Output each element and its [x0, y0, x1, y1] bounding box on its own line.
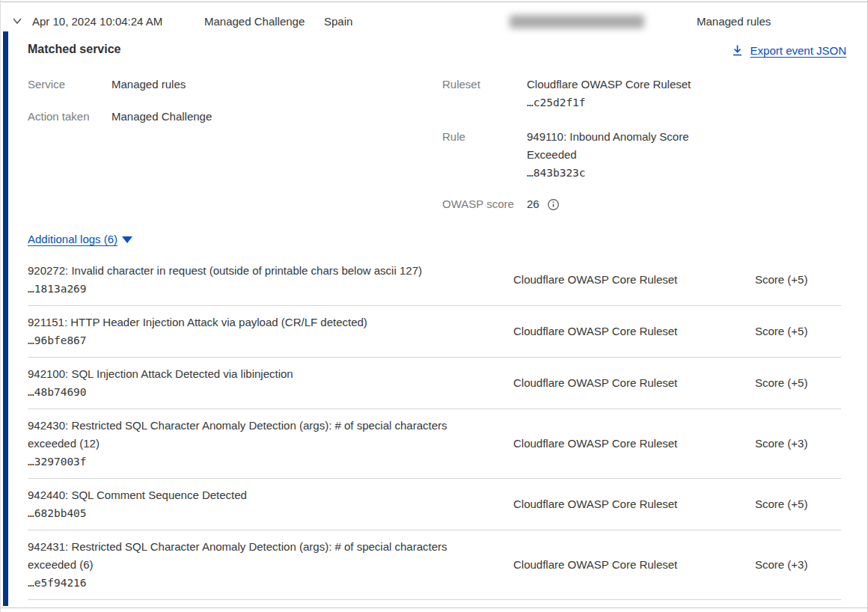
event-action: Managed Challenge [204, 15, 305, 28]
additional-logs-table: 920272: Invalid character in request (ou… [28, 254, 841, 600]
log-rule-id: …48b74690 [28, 383, 513, 401]
service-label: Service [28, 76, 111, 94]
event-summary-row[interactable]: Apr 10, 2024 10:04:24 AM Managed Challen… [1, 2, 867, 34]
log-score: Score (+3) [755, 556, 841, 574]
triangle-down-icon [122, 236, 132, 243]
log-ruleset: Cloudflare OWASP Core Ruleset [513, 495, 755, 513]
owasp-score-label: OWASP score [442, 195, 527, 213]
event-timestamp: Apr 10, 2024 10:04:24 AM [32, 15, 162, 28]
owasp-score-field: OWASP score 26 [442, 195, 705, 213]
rule-field: Rule 949110: Inbound Anomaly Score Excee… [442, 128, 705, 182]
firewall-event-detail-panel: Apr 10, 2024 10:04:24 AM Managed Challen… [0, 0, 868, 612]
log-score: Score (+5) [755, 495, 841, 513]
log-ruleset: Cloudflare OWASP Core Ruleset [513, 556, 755, 574]
export-event-json-label[interactable]: Export event JSON [751, 44, 846, 57]
log-row: 942100: SQL Injection Attack Detected vi… [28, 358, 841, 409]
ruleset-id: …c25d2f1f [527, 94, 691, 111]
rule-id: …843b323c [527, 164, 705, 182]
ruleset-value: Cloudflare OWASP Core Ruleset [527, 76, 691, 94]
action-taken-field: Action taken Managed Challenge [28, 108, 212, 126]
matched-service-fields: Service Managed rules Action taken Manag… [28, 76, 212, 140]
log-rule-id: …682bb405 [28, 504, 513, 522]
log-score: Score (+5) [755, 374, 841, 392]
log-description: 942430: Restricted SQL Character Anomaly… [28, 417, 463, 453]
log-score: Score (+3) [755, 435, 841, 453]
log-description: 942440: SQL Comment Sequence Detected [28, 486, 463, 504]
info-icon[interactable] [547, 198, 560, 211]
action-taken-label: Action taken [28, 108, 111, 126]
log-ruleset: Cloudflare OWASP Core Ruleset [513, 271, 755, 289]
log-description: 920272: Invalid character in request (ou… [28, 262, 463, 280]
log-ruleset: Cloudflare OWASP Core Ruleset [513, 374, 755, 392]
log-rule-id: …e5f94216 [28, 574, 513, 592]
ruleset-fields: Ruleset Cloudflare OWASP Core Ruleset …c… [442, 76, 705, 213]
log-row: 942431: Restricted SQL Character Anomaly… [28, 530, 841, 600]
log-row: 921151: HTTP Header Injection Attack via… [28, 306, 841, 358]
service-value: Managed rules [111, 76, 186, 94]
export-event-json-button[interactable]: Export event JSON [731, 44, 846, 57]
log-score: Score (+5) [755, 322, 841, 340]
rule-label: Rule [442, 128, 527, 182]
log-row: 942440: SQL Comment Sequence Detected …6… [28, 479, 841, 530]
log-rule-id: …96bfe867 [28, 331, 513, 349]
rule-value: 949110: Inbound Anomaly Score Exceeded [527, 128, 705, 164]
log-row: 942430: Restricted SQL Character Anomaly… [28, 409, 841, 479]
redacted-value [510, 15, 644, 28]
owasp-score-value: 26 [527, 195, 540, 213]
additional-logs-toggle[interactable]: Additional logs (6) [28, 233, 132, 245]
page-title: Matched service [28, 43, 121, 56]
download-icon [731, 44, 744, 57]
service-field: Service Managed rules [28, 76, 212, 94]
ruleset-label: Ruleset [442, 76, 527, 111]
log-rule-id: …1813a269 [28, 280, 513, 298]
log-description: 942100: SQL Injection Attack Detected vi… [28, 365, 463, 383]
log-score: Score (+5) [755, 271, 841, 289]
event-service: Managed rules [697, 15, 771, 28]
action-taken-value: Managed Challenge [111, 108, 212, 126]
log-ruleset: Cloudflare OWASP Core Ruleset [513, 322, 755, 340]
log-ruleset: Cloudflare OWASP Core Ruleset [513, 435, 755, 453]
event-country: Spain [324, 15, 352, 28]
log-rule-id: …3297003f [28, 453, 513, 471]
log-description: 921151: HTTP Header Injection Attack via… [28, 313, 463, 331]
ruleset-field: Ruleset Cloudflare OWASP Core Ruleset …c… [442, 76, 705, 111]
log-description: 942431: Restricted SQL Character Anomaly… [28, 538, 463, 574]
log-row: 920272: Invalid character in request (ou… [28, 254, 841, 306]
additional-logs-label[interactable]: Additional logs (6) [28, 233, 117, 245]
next-row-divider [1, 608, 867, 608]
expanded-row-accent-bar [3, 31, 8, 606]
chevron-down-icon[interactable] [10, 16, 24, 27]
